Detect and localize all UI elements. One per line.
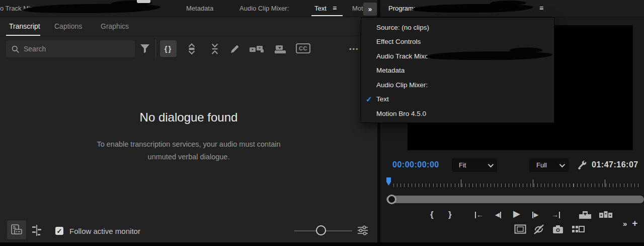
window-grip-handle <box>137 0 150 3</box>
search-box[interactable] <box>6 40 135 57</box>
transport-controls: { } ← ◀ ▶ ▶ → <box>380 207 644 237</box>
redacted-sequence-name <box>413 4 533 14</box>
toolbar-overflow-menu[interactable]: ••• <box>349 45 359 53</box>
menu-item-label: Text <box>376 95 389 103</box>
search-icon <box>11 45 20 53</box>
active-tab-underline <box>311 15 343 16</box>
step-back-button[interactable]: ◀ <box>495 209 501 220</box>
playback-quality-value: Full <box>536 161 547 169</box>
text-panel: o Track Mixer: Metadata Audio Clip Mixer… <box>0 0 377 242</box>
chevron-down-icon <box>559 161 565 167</box>
playhead-marker[interactable] <box>386 177 391 186</box>
tab-audio-clip-mixer[interactable]: Audio Clip Mixer: <box>239 5 289 12</box>
right-arrow-icon: → <box>551 211 558 219</box>
captions-cc-icon[interactable]: CC <box>296 43 310 53</box>
caption-blocks-view-button[interactable] <box>7 220 26 239</box>
checkmark-icon: ✓ <box>366 95 372 104</box>
collapse-segments-icon[interactable] <box>208 42 221 55</box>
cc-badge-label: CC <box>296 43 310 53</box>
search-input[interactable] <box>24 45 124 53</box>
settings-sliders-icon[interactable] <box>356 224 369 237</box>
empty-state-subtitle: To enable transcription services, your a… <box>0 138 377 163</box>
step-forward-button[interactable]: ▶ <box>532 209 538 220</box>
bar-glyph <box>532 212 533 218</box>
current-timecode[interactable]: 00:00:00:00 <box>392 160 439 169</box>
go-to-out-button[interactable]: → <box>551 209 560 220</box>
bar-glyph <box>559 212 560 218</box>
premiere-workspace: o Track Mixer: Metadata Audio Clip Mixer… <box>0 0 644 246</box>
redacted-mixer-name <box>426 51 552 61</box>
active-subtab-underline <box>6 35 40 36</box>
mark-out-button[interactable]: } <box>448 209 452 220</box>
toolbar-divider <box>155 39 156 58</box>
button-editor-add-button[interactable]: + <box>632 218 637 229</box>
more-buttons-chevron[interactable]: » <box>623 219 627 228</box>
follow-active-monitor-checkbox[interactable]: ✓ <box>55 227 63 235</box>
export-frame-camera-button[interactable] <box>552 224 564 235</box>
step-forward-icon: ▶ <box>534 211 538 218</box>
mark-in-button[interactable]: { <box>430 209 434 220</box>
empty-state-subtitle-line1: To enable transcription services, your a… <box>0 138 377 151</box>
menu-item-effect-controls[interactable]: Effect Controls <box>361 35 554 49</box>
extract-button[interactable] <box>599 209 613 220</box>
transcript-subtabs: Transcript Captions Graphics <box>0 17 377 36</box>
subtab-graphics[interactable]: Graphics <box>101 22 129 30</box>
sync-disabled-icon[interactable] <box>533 224 544 235</box>
expand-segments-icon[interactable] <box>185 42 198 55</box>
zoom-level-select[interactable]: Fit <box>452 158 497 172</box>
menu-item-label: Audio Clip Mixer: <box>376 81 428 89</box>
subtab-transcript[interactable]: Transcript <box>9 22 40 30</box>
menu-item-audio-track-mixer[interactable]: Audio Track Mixer: <box>361 49 554 64</box>
subtab-captions[interactable]: Captions <box>54 22 82 30</box>
filter-icon[interactable] <box>139 42 151 54</box>
scrollbar-knob[interactable] <box>387 195 396 204</box>
menu-item-metadata[interactable]: Metadata <box>361 64 554 78</box>
step-back-icon: ◀ <box>495 211 500 218</box>
monitor-controls: 00:00:00:00 Fit Full 01:47:16:07 <box>380 158 644 172</box>
play-button[interactable]: ▶ <box>513 208 520 219</box>
multicam-view-button[interactable] <box>572 224 585 235</box>
redacted-project-name <box>24 3 160 14</box>
panel-menu-icon[interactable]: ≡ <box>333 4 337 12</box>
export-transcript-icon[interactable] <box>274 43 288 55</box>
menu-item-source[interactable]: Source: (no clips) <box>361 20 554 35</box>
menu-item-label: Source: (no clips) <box>376 24 429 31</box>
zoom-level-value: Fit <box>459 161 466 169</box>
empty-state-title: No dialogue found <box>0 110 377 125</box>
program-tab-label[interactable]: Program: <box>388 5 415 12</box>
left-panel-tabbar: o Track Mixer: Metadata Audio Clip Mixer… <box>0 0 377 17</box>
bottom-edge-strip <box>0 242 644 246</box>
left-arrow-icon: ← <box>476 211 484 219</box>
edit-pencil-icon[interactable] <box>229 43 241 55</box>
bar-glyph <box>500 212 501 218</box>
lift-button[interactable] <box>579 209 592 220</box>
safe-margins-button[interactable] <box>514 224 526 235</box>
tab-overflow-button[interactable]: » <box>363 3 377 16</box>
menu-item-text[interactable]: ✓ Text <box>361 92 554 107</box>
wrench-settings-icon[interactable] <box>577 160 588 171</box>
playback-quality-select[interactable]: Full <box>529 158 569 172</box>
menu-item-label: Motion Bro 4.5.0 <box>376 110 426 117</box>
sequence-duration-timecode: 01:47:16:07 <box>592 160 638 169</box>
text-size-slider-knob[interactable] <box>316 225 326 235</box>
horizontal-scrollbar[interactable] <box>386 196 644 203</box>
timeline-tracks-icon[interactable] <box>30 224 43 237</box>
transcript-footer: ✓ Follow active monitor <box>0 219 377 242</box>
panel-switcher-menu: Source: (no clips) Effect Controls Audio… <box>361 17 554 123</box>
show-pauses-toggle[interactable]: {} <box>160 40 177 57</box>
menu-item-label: Metadata <box>376 67 405 74</box>
program-panel-menu-icon[interactable]: ≡ <box>539 4 543 12</box>
tab-motion-partial[interactable]: Mot <box>352 5 363 12</box>
tab-text[interactable]: Text <box>314 5 327 12</box>
transcript-toolbar: {} CC ••• <box>0 36 377 63</box>
go-to-in-button[interactable]: ← <box>475 209 484 220</box>
follow-active-monitor-label: Follow active monitor <box>69 227 140 235</box>
tab-metadata[interactable]: Metadata <box>186 5 213 12</box>
menu-item-label: Effect Controls <box>376 38 421 45</box>
menu-item-audio-clip-mixer[interactable]: Audio Clip Mixer: <box>361 78 554 92</box>
assign-speakers-icon[interactable] <box>249 43 265 55</box>
menu-item-label: Audio Track Mixer: <box>376 52 433 60</box>
menu-item-motion-bro[interactable]: Motion Bro 4.5.0 <box>361 106 554 121</box>
chevron-down-icon <box>488 161 494 167</box>
timeline-ruler[interactable] <box>386 176 640 189</box>
